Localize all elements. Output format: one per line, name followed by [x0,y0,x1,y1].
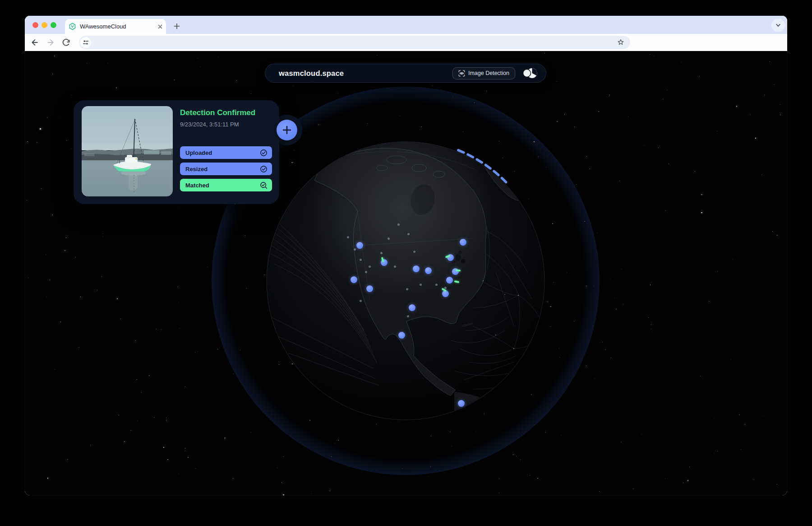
status-label: Matched [185,182,260,189]
detection-card: Detection Confirmed 9/23/2024, 3:51:11 P… [74,100,279,204]
small-node [369,265,371,268]
browser-window: WAwesomeCloud [25,16,787,495]
status-pill-uploaded[interactable]: Uploaded [180,146,272,159]
add-detection-button[interactable] [277,120,297,140]
favicon-wasmcloud-icon [69,23,76,30]
new-tab-button[interactable] [172,22,181,31]
image-detection-button[interactable]: Image Detection [452,67,515,79]
deployment-node[interactable] [446,277,453,284]
small-node [394,265,396,268]
small-node [360,259,362,261]
site-header: wasmcloud.space Image Detection [265,64,546,83]
site-title: wasmcloud.space [279,69,452,78]
check-circle-icon [260,165,268,173]
detection-title: Detection Confirmed [180,108,255,117]
url-bar[interactable] [79,36,630,49]
tune-icon[interactable] [80,37,91,48]
browser-toolbar [25,34,787,51]
deployment-node[interactable] [460,239,466,246]
small-node [388,237,390,240]
tab-close-icon[interactable] [158,24,162,29]
status-label: Uploaded [185,149,260,156]
deployment-node[interactable] [381,259,388,266]
small-node [420,284,422,286]
deployment-node[interactable] [351,276,357,283]
forward-button[interactable] [46,37,56,47]
small-node [435,284,438,286]
status-label: Resized [185,166,260,172]
small-node [365,271,367,273]
activity-marker [454,280,459,283]
small-node [347,236,349,238]
search-check-icon [260,182,268,189]
deployment-node[interactable] [458,400,465,407]
status-pill-resized[interactable]: Resized [180,163,272,175]
scan-eye-icon [458,70,465,77]
page-content: wasmcloud.space Image Detection [25,51,787,495]
deployment-node[interactable] [425,267,432,274]
deployment-node[interactable] [452,268,459,275]
small-node [407,233,410,235]
small-node [397,223,400,226]
detection-timestamp: 9/23/2024, 3:51:11 PM [180,121,239,128]
deployment-node[interactable] [413,265,420,272]
bookmark-star-icon[interactable] [617,38,625,47]
back-button[interactable] [29,37,39,47]
small-node [406,288,408,290]
browser-tab[interactable]: WAwesomeCloud [65,19,166,34]
deployment-node[interactable] [398,332,405,339]
small-node [413,251,415,253]
traffic-light-zoom[interactable] [51,22,56,28]
detection-thumbnail [82,106,173,196]
small-node [407,315,409,317]
tab-title: WAwesomeCloud [80,23,158,30]
tab-strip: WAwesomeCloud [25,16,787,34]
image-detection-label: Image Detection [468,70,509,76]
small-node [444,287,447,289]
deployment-node[interactable] [356,242,363,249]
reload-button[interactable] [61,37,71,47]
traffic-light-close[interactable] [32,22,38,28]
tab-search-chevron-button[interactable] [771,19,785,32]
traffic-light-minimize[interactable] [42,22,47,28]
small-node [354,248,356,251]
deployment-node[interactable] [366,285,373,292]
theme-toggle[interactable] [522,67,538,79]
deployment-node[interactable] [409,304,415,311]
status-pill-matched[interactable]: Matched [180,179,272,191]
small-node [360,300,362,302]
small-node [380,252,383,254]
check-circle-icon [260,149,268,157]
